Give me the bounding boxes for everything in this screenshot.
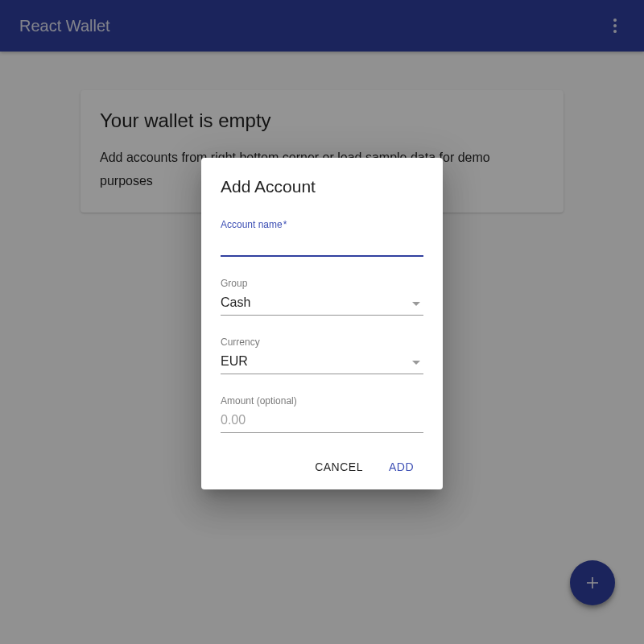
group-field: Group Cash	[221, 278, 423, 316]
amount-field: Amount (optional)	[221, 395, 423, 433]
account-name-input[interactable]	[221, 233, 423, 257]
currency-label: Currency	[221, 336, 423, 348]
add-account-dialog: Add Account Account name* Group Cash Cur…	[201, 158, 443, 489]
add-button[interactable]: Add	[379, 454, 423, 480]
cancel-button[interactable]: Cancel	[305, 454, 373, 480]
amount-label: Amount (optional)	[221, 395, 423, 407]
dialog-title: Add Account	[221, 177, 423, 196]
currency-select[interactable]: EUR	[221, 351, 423, 374]
currency-field: Currency EUR	[221, 336, 423, 374]
group-select[interactable]: Cash	[221, 292, 423, 316]
account-name-field: Account name*	[221, 219, 423, 257]
account-name-label: Account name*	[221, 219, 423, 230]
amount-input[interactable]	[221, 410, 423, 433]
dialog-actions: Cancel Add	[221, 454, 423, 480]
group-label: Group	[221, 278, 423, 289]
